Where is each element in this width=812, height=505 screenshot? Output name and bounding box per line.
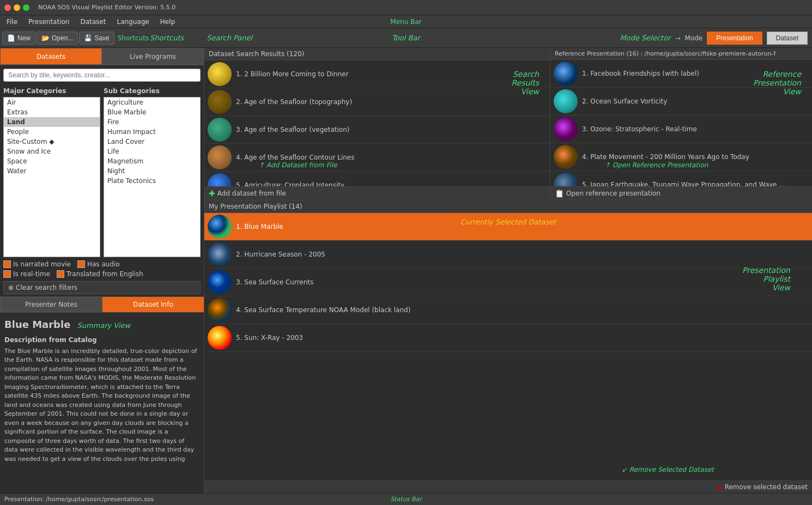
ref-presentation-title: Reference Presentation (16) : /home/gupt… [555,50,775,57]
mode-dataset-button[interactable]: Dataset [767,32,808,45]
sub-categories-list[interactable]: Agriculture Blue Marble Fire Human Impac… [104,97,201,257]
menu-bar-wrapper: File Presentation Dataset Language Help … [0,15,812,28]
result-name-1: 1. 2 Billion More Coming to Dinner [236,70,348,78]
maximize-button[interactable] [23,4,29,11]
playlist-item-3[interactable]: 3. Sea Surface Currents [204,269,812,296]
filter-narrated: Is narrated movie [3,260,71,268]
save-icon: 💾 [84,34,92,42]
playlist-item-1[interactable]: 1. Blue Marble [204,213,812,241]
playlist-name-1: 1. Blue Marble [236,223,283,230]
result-name-2: 2. Age of the Seafloor (topography) [236,98,352,106]
filter-translated-checkbox[interactable] [57,270,64,278]
ref-item-3[interactable]: 3. Ozone: Stratospheric - Real-time [550,115,812,143]
clear-search-label: Clear search filters [16,284,77,291]
filters: Is narrated movie Has audio Is real-time… [0,257,204,281]
playlist-item-2[interactable]: 2. Hurricane Season - 2005 [204,241,812,269]
ref-name-2: 2. Ocean Surface Vorticity [582,98,667,105]
new-label: New [17,34,31,42]
subcat-land-cover[interactable]: Land Cover [104,137,200,147]
status-bar-label: Status Bar [390,496,421,503]
subcat-plate-tectonics[interactable]: Plate Tectonics [104,176,200,186]
cat-water[interactable]: Water [4,166,100,176]
playlist-item-4[interactable]: 4. Sea Surface Temperature NOAA Model (b… [204,296,812,324]
cat-snow-ice[interactable]: Snow and Ice [4,147,100,156]
shortcuts-annotation: Shortcuts [150,34,184,42]
ref-item-4[interactable]: 4. Plate Movement - 200 Million Years Ag… [550,143,812,171]
search-results-header: Dataset Search Results (120) [204,48,550,60]
playlist-thumb-3 [208,270,232,294]
menu-language[interactable]: Language [112,17,153,27]
menu-dataset[interactable]: Dataset [76,17,110,27]
title-bar: NOAA SOS Visual Playlist Editor Version:… [0,0,812,15]
summary-view: Blue Marble Summary View Description fro… [0,313,204,494]
thumb-3 [208,118,232,142]
datasets-tab[interactable]: Datasets [0,48,102,65]
playlist-thumb-4 [208,298,232,322]
playlist-name-4: 4. Sea Surface Temperature NOAA Model (b… [236,306,410,314]
result-name-3: 3. Age of the Seafloor (vegetation) [236,126,349,133]
search-result-5[interactable]: 5. Agriculture: Cropland Intensity [204,172,550,186]
minimize-button[interactable] [14,4,20,11]
subcat-magnetism[interactable]: Magnetism [104,156,200,166]
close-button[interactable] [4,4,11,11]
ref-item-1[interactable]: 1. Facebook Friendships (with label) [550,60,812,88]
filter-narrated-checkbox[interactable] [3,260,11,268]
playlist-name-2: 2. Hurricane Season - 2005 [236,251,325,258]
cat-land[interactable]: Land [4,117,100,127]
cat-people[interactable]: People [4,127,100,137]
cat-site-custom[interactable]: Site-Custom ◆ [4,137,100,147]
open-ref-footer[interactable]: 📋 Open reference presentation [550,186,812,200]
toolbar: 📄 New 📂 Open... 💾 Save Shortcuts Shortcu… [0,28,812,48]
major-categories-header: Major Categories [3,85,100,97]
subcat-night[interactable]: Night [104,166,200,176]
subcat-life[interactable]: Life [104,147,200,156]
thumb-1 [208,62,232,86]
clear-search-filters[interactable]: ⊗ Clear search filters [3,281,201,294]
menu-file[interactable]: File [2,17,22,27]
categories: Major Categories Air Extras Land People … [0,85,204,257]
cat-extras[interactable]: Extras [4,107,100,117]
major-categories-list[interactable]: Air Extras Land People Site-Custom ◆ Sno… [3,97,100,257]
subcat-fire[interactable]: Fire [104,117,200,127]
subcat-human-impact[interactable]: Human Impact [104,127,200,137]
dataset-info-tab[interactable]: Dataset Info [102,297,204,312]
mode-presentation-button[interactable]: Presentation [707,32,762,45]
live-programs-tab[interactable]: Live Programs [102,48,204,65]
result-name-4: 4. Age of the Seafloor Contour Lines [236,154,355,161]
add-dataset-footer[interactable]: ✚ Add dataset from file [204,186,550,200]
menu-presentation[interactable]: Presentation [24,17,74,27]
search-result-3[interactable]: 3. Age of the Seafloor (vegetation) [204,116,550,144]
playlist-thumb-5 [208,326,232,350]
status-text: Presentation: /home/gupta/sosrc/presenta… [4,496,154,503]
open-button[interactable]: 📂 Open... [37,32,78,45]
search-result-4[interactable]: 4. Age of the Seafloor Contour Lines [204,144,550,172]
save-button[interactable]: 💾 Save [79,32,114,45]
ref-item-2[interactable]: 2. Ocean Surface Vorticity [550,88,812,115]
filter-audio-label: Has audio [87,260,120,268]
presenter-notes-tab[interactable]: Presenter Notes [0,297,102,312]
ref-item-5[interactable]: 5. Japan Earthquake, Tsunami Wave Propag… [550,171,812,186]
search-result-2[interactable]: 2. Age of the Seafloor (topography) [204,88,550,116]
subcat-blue-marble[interactable]: Blue Marble [104,107,200,117]
result-name-5: 5. Agriculture: Cropland Intensity [236,181,344,186]
subcat-agriculture[interactable]: Agriculture [104,98,200,107]
filter-narrated-label: Is narrated movie [13,260,71,268]
remove-icon: ▬ [716,483,722,491]
cat-space[interactable]: Space [4,156,100,166]
add-dataset-label: Add dataset from file [217,190,286,197]
filter-realtime-checkbox[interactable] [3,270,11,278]
remove-footer[interactable]: ▬ Remove selected dataset [204,480,812,493]
left-panel: Datasets Live Programs Major Categories … [0,48,204,493]
new-button[interactable]: 📄 New [2,32,35,45]
cat-air[interactable]: Air [4,98,100,107]
menu-help[interactable]: Help [156,17,179,27]
thumb-5 [208,173,232,186]
filter-has-audio: Has audio [77,260,120,268]
search-result-1[interactable]: 1. 2 Billion More Coming to Dinner [204,60,550,88]
playlist-item-5[interactable]: 5. Sun: X-Ray - 2003 [204,324,812,352]
filter-audio-checkbox[interactable] [77,260,85,268]
search-input[interactable] [3,69,201,82]
bottom-tabs: Presenter Notes Dataset Info [0,296,204,313]
summary-title: Blue Marble [4,317,70,332]
save-label: Save [94,34,109,42]
